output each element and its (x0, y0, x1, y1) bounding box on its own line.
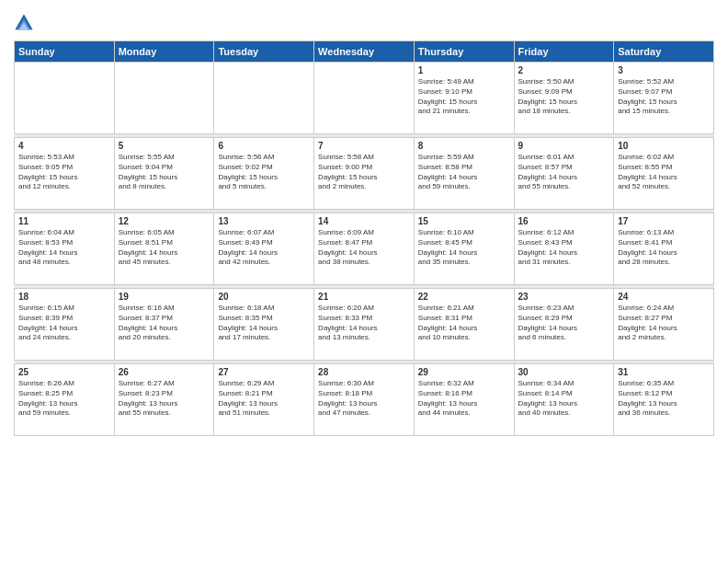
day-number: 6 (218, 141, 310, 151)
weekday-header-tuesday: Tuesday (214, 41, 314, 63)
calendar-cell: 19Sunrise: 6:16 AMSunset: 8:37 PMDayligh… (114, 289, 214, 361)
day-info: Sunrise: 6:18 AMSunset: 8:35 PMDaylight:… (218, 304, 310, 343)
calendar-cell: 26Sunrise: 6:27 AMSunset: 8:23 PMDayligh… (114, 364, 214, 436)
weekday-header-sunday: Sunday (15, 41, 115, 63)
day-info: Sunrise: 5:53 AMSunset: 9:05 PMDaylight:… (18, 153, 110, 192)
day-info: Sunrise: 6:01 AMSunset: 8:57 PMDaylight:… (518, 153, 610, 192)
day-info: Sunrise: 5:55 AMSunset: 9:04 PMDaylight:… (119, 153, 210, 192)
calendar-cell: 28Sunrise: 6:30 AMSunset: 8:18 PMDayligh… (314, 364, 415, 436)
calendar-cell: 3Sunrise: 5:52 AMSunset: 9:07 PMDaylight… (614, 63, 714, 134)
day-number: 5 (119, 141, 210, 151)
calendar-cell: 24Sunrise: 6:24 AMSunset: 8:27 PMDayligh… (614, 289, 714, 361)
calendar-cell: 12Sunrise: 6:05 AMSunset: 8:51 PMDayligh… (114, 213, 214, 285)
calendar-cell: 18Sunrise: 6:15 AMSunset: 8:39 PMDayligh… (15, 289, 115, 361)
calendar-cell: 9Sunrise: 6:01 AMSunset: 8:57 PMDaylight… (514, 138, 614, 210)
day-number: 11 (18, 216, 110, 226)
day-info: Sunrise: 5:52 AMSunset: 9:07 PMDaylight:… (618, 77, 710, 117)
calendar-cell (214, 63, 314, 134)
calendar-cell (314, 63, 415, 134)
day-number: 26 (119, 367, 210, 377)
calendar-cell: 31Sunrise: 6:35 AMSunset: 8:12 PMDayligh… (614, 364, 714, 436)
day-info: Sunrise: 6:20 AMSunset: 8:33 PMDaylight:… (318, 304, 410, 343)
day-info: Sunrise: 6:24 AMSunset: 8:27 PMDaylight:… (618, 304, 710, 343)
day-info: Sunrise: 6:35 AMSunset: 8:12 PMDaylight:… (618, 379, 710, 419)
day-number: 22 (418, 292, 510, 302)
day-number: 8 (418, 141, 510, 151)
calendar-cell: 4Sunrise: 5:53 AMSunset: 9:05 PMDaylight… (15, 138, 115, 210)
day-number: 17 (618, 216, 710, 226)
calendar-cell: 6Sunrise: 5:56 AMSunset: 9:02 PMDaylight… (214, 138, 314, 210)
day-info: Sunrise: 6:30 AMSunset: 8:18 PMDaylight:… (318, 379, 410, 419)
day-number: 24 (618, 292, 710, 302)
day-number: 3 (618, 65, 710, 75)
calendar-cell: 29Sunrise: 6:32 AMSunset: 8:16 PMDayligh… (414, 364, 514, 436)
calendar-cell: 27Sunrise: 6:29 AMSunset: 8:21 PMDayligh… (214, 364, 314, 436)
logo (14, 13, 38, 33)
day-info: Sunrise: 5:59 AMSunset: 8:58 PMDaylight:… (418, 153, 510, 192)
day-number: 16 (518, 216, 610, 226)
day-number: 31 (618, 367, 710, 377)
day-info: Sunrise: 5:56 AMSunset: 9:02 PMDaylight:… (218, 153, 310, 192)
calendar-cell: 25Sunrise: 6:26 AMSunset: 8:25 PMDayligh… (15, 364, 115, 436)
day-info: Sunrise: 6:16 AMSunset: 8:37 PMDaylight:… (119, 304, 210, 343)
day-number: 15 (418, 216, 510, 226)
calendar-week-3: 11Sunrise: 6:04 AMSunset: 8:53 PMDayligh… (15, 213, 714, 285)
day-info: Sunrise: 6:05 AMSunset: 8:51 PMDaylight:… (119, 228, 210, 268)
day-info: Sunrise: 5:49 AMSunset: 9:10 PMDaylight:… (418, 77, 510, 117)
calendar-cell (15, 63, 115, 134)
day-info: Sunrise: 6:27 AMSunset: 8:23 PMDaylight:… (119, 379, 210, 419)
day-info: Sunrise: 6:04 AMSunset: 8:53 PMDaylight:… (18, 228, 110, 268)
day-number: 2 (518, 65, 610, 75)
calendar-cell: 1Sunrise: 5:49 AMSunset: 9:10 PMDaylight… (414, 63, 514, 134)
weekday-header-thursday: Thursday (414, 41, 514, 63)
day-number: 7 (318, 141, 410, 151)
calendar-cell: 2Sunrise: 5:50 AMSunset: 9:09 PMDaylight… (514, 63, 614, 134)
day-number: 14 (318, 216, 410, 226)
calendar-cell: 8Sunrise: 5:59 AMSunset: 8:58 PMDaylight… (414, 138, 514, 210)
day-number: 25 (18, 367, 110, 377)
day-number: 29 (418, 367, 510, 377)
calendar-week-4: 18Sunrise: 6:15 AMSunset: 8:39 PMDayligh… (15, 289, 714, 361)
weekday-header-row: SundayMondayTuesdayWednesdayThursdayFrid… (15, 41, 714, 63)
calendar-cell: 20Sunrise: 6:18 AMSunset: 8:35 PMDayligh… (214, 289, 314, 361)
header (14, 9, 714, 33)
calendar-cell: 5Sunrise: 5:55 AMSunset: 9:04 PMDaylight… (114, 138, 214, 210)
calendar-week-1: 1Sunrise: 5:49 AMSunset: 9:10 PMDaylight… (15, 63, 714, 134)
day-info: Sunrise: 6:23 AMSunset: 8:29 PMDaylight:… (518, 304, 610, 343)
day-info: Sunrise: 6:26 AMSunset: 8:25 PMDaylight:… (18, 379, 110, 419)
day-info: Sunrise: 6:02 AMSunset: 8:55 PMDaylight:… (618, 153, 710, 192)
day-number: 19 (119, 292, 210, 302)
day-info: Sunrise: 6:29 AMSunset: 8:21 PMDaylight:… (218, 379, 310, 419)
calendar-cell: 16Sunrise: 6:12 AMSunset: 8:43 PMDayligh… (514, 213, 614, 285)
day-info: Sunrise: 6:13 AMSunset: 8:41 PMDaylight:… (618, 228, 710, 268)
day-number: 23 (518, 292, 610, 302)
day-number: 12 (119, 216, 210, 226)
day-info: Sunrise: 5:58 AMSunset: 9:00 PMDaylight:… (318, 153, 410, 192)
day-number: 10 (618, 141, 710, 151)
weekday-header-saturday: Saturday (614, 41, 714, 63)
weekday-header-monday: Monday (114, 41, 214, 63)
calendar-week-2: 4Sunrise: 5:53 AMSunset: 9:05 PMDaylight… (15, 138, 714, 210)
calendar-cell: 13Sunrise: 6:07 AMSunset: 8:49 PMDayligh… (214, 213, 314, 285)
day-info: Sunrise: 6:34 AMSunset: 8:14 PMDaylight:… (518, 379, 610, 419)
calendar-cell: 22Sunrise: 6:21 AMSunset: 8:31 PMDayligh… (414, 289, 514, 361)
calendar-cell: 30Sunrise: 6:34 AMSunset: 8:14 PMDayligh… (514, 364, 614, 436)
calendar-cell: 14Sunrise: 6:09 AMSunset: 8:47 PMDayligh… (314, 213, 415, 285)
day-info: Sunrise: 6:15 AMSunset: 8:39 PMDaylight:… (18, 304, 110, 343)
day-info: Sunrise: 6:07 AMSunset: 8:49 PMDaylight:… (218, 228, 310, 268)
day-info: Sunrise: 6:10 AMSunset: 8:45 PMDaylight:… (418, 228, 510, 268)
calendar-table: SundayMondayTuesdayWednesdayThursdayFrid… (14, 40, 714, 436)
calendar-cell: 10Sunrise: 6:02 AMSunset: 8:55 PMDayligh… (614, 138, 714, 210)
calendar-cell: 23Sunrise: 6:23 AMSunset: 8:29 PMDayligh… (514, 289, 614, 361)
day-number: 28 (318, 367, 410, 377)
calendar-cell: 21Sunrise: 6:20 AMSunset: 8:33 PMDayligh… (314, 289, 415, 361)
day-info: Sunrise: 6:32 AMSunset: 8:16 PMDaylight:… (418, 379, 510, 419)
page: SundayMondayTuesdayWednesdayThursdayFrid… (0, 0, 728, 563)
calendar-cell: 11Sunrise: 6:04 AMSunset: 8:53 PMDayligh… (15, 213, 115, 285)
day-info: Sunrise: 6:12 AMSunset: 8:43 PMDaylight:… (518, 228, 610, 268)
day-number: 21 (318, 292, 410, 302)
calendar-cell: 17Sunrise: 6:13 AMSunset: 8:41 PMDayligh… (614, 213, 714, 285)
calendar-cell: 15Sunrise: 6:10 AMSunset: 8:45 PMDayligh… (414, 213, 514, 285)
day-number: 1 (418, 65, 510, 75)
logo-icon (14, 13, 34, 33)
